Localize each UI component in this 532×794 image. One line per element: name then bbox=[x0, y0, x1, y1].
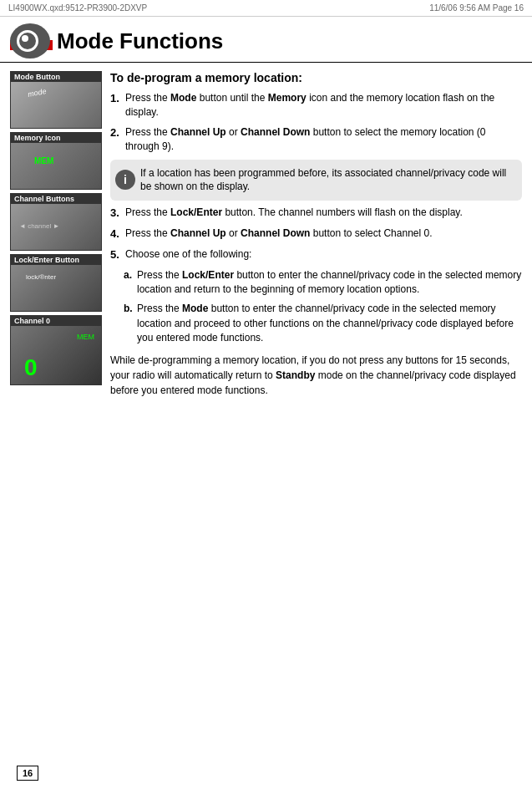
sidebar-card-img-1 bbox=[11, 143, 101, 189]
step-number-4: 4. bbox=[110, 226, 125, 242]
step-item-5: 5.Choose one of the following: bbox=[110, 247, 522, 263]
step-text-5: Choose one of the following: bbox=[125, 247, 522, 262]
sidebar-card-0: Mode Button bbox=[10, 71, 102, 129]
sidebar-card-label-0: Mode Button bbox=[11, 72, 101, 82]
step-number-5: 5. bbox=[110, 247, 125, 263]
sub-step-label-0: a. bbox=[124, 268, 137, 282]
sidebar-card-label-2: Channel Buttons bbox=[11, 194, 101, 204]
page-title: Mode Functions bbox=[57, 28, 223, 54]
main-content: Mode ButtonMemory IconChannel ButtonsLoc… bbox=[0, 63, 532, 406]
step-number-1: 1. bbox=[110, 91, 125, 107]
top-bar: LI4900WX.qxd:9512-PR3900-2DXVP 11/6/06 9… bbox=[0, 0, 532, 17]
sub-step-label-1: b. bbox=[124, 302, 137, 316]
step-item-2: 2.Press the Channel Up or Channel Down b… bbox=[110, 125, 522, 155]
sidebar-card-4: Channel 0 bbox=[10, 315, 102, 385]
sidebar-card-img-4 bbox=[11, 326, 101, 384]
sidebar-card-label-3: Lock/Enter Button bbox=[11, 255, 101, 265]
info-icon: i bbox=[115, 170, 135, 190]
step-text-3: Press the Lock/Enter button. The channel… bbox=[125, 206, 522, 220]
step-item-1: 1.Press the Mode button until the Memory… bbox=[110, 91, 522, 120]
header-icon bbox=[10, 23, 50, 59]
section-title: To de-program a memory location: bbox=[110, 71, 522, 84]
top-bar-left: LI4900WX.qxd:9512-PR3900-2DXVP bbox=[8, 3, 147, 13]
sidebar-card-img-2 bbox=[11, 204, 101, 250]
step-text-4: Press the Channel Up or Channel Down but… bbox=[125, 226, 522, 241]
sidebar-card-label-4: Channel 0 bbox=[11, 316, 101, 326]
sidebar-card-img-0 bbox=[11, 82, 101, 128]
top-bar-right: 11/6/06 9:56 AM Page 16 bbox=[429, 3, 524, 13]
sidebar-card-1: Memory Icon bbox=[10, 132, 102, 190]
step-item-3: 3.Press the Lock/Enter button. The chann… bbox=[110, 206, 522, 221]
content-area: To de-program a memory location: 1.Press… bbox=[110, 71, 522, 398]
sidebar: Mode ButtonMemory IconChannel ButtonsLoc… bbox=[10, 71, 102, 398]
sidebar-card-2: Channel Buttons bbox=[10, 193, 102, 251]
info-box: i If a location has been programmed befo… bbox=[110, 160, 522, 201]
step-item-4: 4.Press the Channel Up or Channel Down b… bbox=[110, 226, 522, 242]
page-number: 16 bbox=[17, 766, 38, 781]
sub-step-text-0: Press the Lock/Enter button to enter the… bbox=[137, 268, 522, 298]
sidebar-card-img-3 bbox=[11, 265, 101, 311]
sub-step-item-0: a.Press the Lock/Enter button to enter t… bbox=[124, 268, 522, 298]
info-box-text: If a location has been programmed before… bbox=[140, 167, 506, 193]
step-number-2: 2. bbox=[110, 125, 125, 141]
step-number-3: 3. bbox=[110, 206, 125, 221]
sidebar-card-3: Lock/Enter Button bbox=[10, 254, 102, 312]
step-text-1: Press the Mode button until the Memory i… bbox=[125, 91, 522, 120]
sub-step-text-1: Press the Mode button to enter the chann… bbox=[137, 302, 522, 345]
sub-steps-list: a.Press the Lock/Enter button to enter t… bbox=[110, 268, 522, 346]
steps-list-2: 3.Press the Lock/Enter button. The chann… bbox=[110, 206, 522, 263]
steps-list: 1.Press the Mode button until the Memory… bbox=[110, 91, 522, 155]
footer-paragraph: While de-programming a memory location, … bbox=[110, 353, 522, 398]
sidebar-card-label-1: Memory Icon bbox=[11, 133, 101, 143]
step-text-2: Press the Channel Up or Channel Down but… bbox=[125, 125, 522, 155]
sub-step-item-1: b.Press the Mode button to enter the cha… bbox=[124, 302, 522, 345]
page-header: Operation Mode Functions bbox=[0, 17, 532, 63]
